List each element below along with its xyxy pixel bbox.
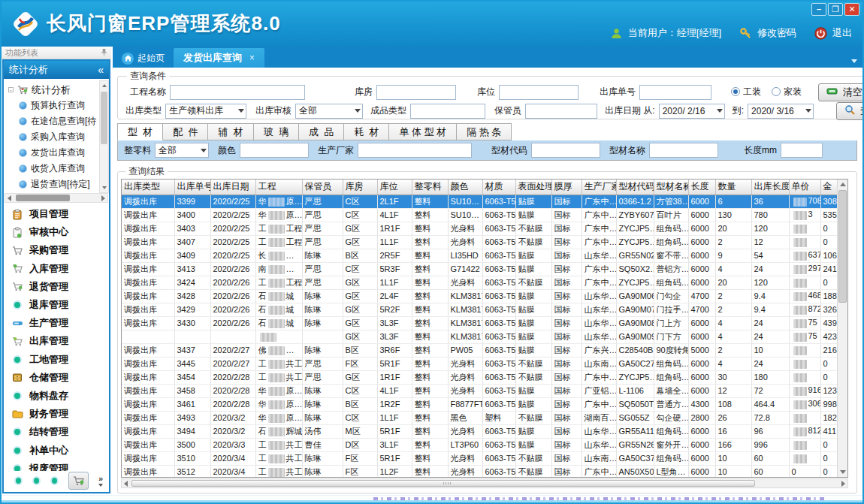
project-name-input[interactable] — [170, 85, 305, 100]
clear-conditions-button[interactable]: 清空条件 — [818, 83, 864, 101]
sidebar-item[interactable]: 工地管理 — [4, 351, 109, 369]
table-row[interactable]: 调拨出库34132020/2/26南…严思C区5R3F整料G714226063-… — [122, 262, 837, 276]
table-row[interactable]: 调拨出库34372020/2/27佛…陈琳B区3R6F整料PW056063-T5… — [122, 343, 837, 357]
table-row[interactable]: 调拨出库35102020/3/4工共工程陈琳F区5R1F整料光身料6063-T5… — [122, 451, 837, 465]
table-row[interactable]: 调拨出库34072020/2/25工工程严思G区1L1F整料光身料6063-T5… — [122, 235, 837, 249]
table-row[interactable]: 调拨出库34302020/2/26石城陈琳G区3L3F整料KLM38176063… — [122, 316, 837, 330]
tree-item[interactable]: 收货入库查询 — [8, 161, 98, 177]
manufacturer-input[interactable] — [358, 143, 472, 158]
grid-horizontal-scrollbar[interactable] — [121, 478, 848, 488]
maximize-button[interactable]: ❐ — [828, 3, 843, 16]
sidebar-item[interactable]: 退库管理 — [4, 296, 109, 314]
keeper-input[interactable] — [525, 104, 597, 119]
column-header[interactable]: 库位 — [377, 180, 412, 195]
dot-icon[interactable] — [32, 476, 41, 485]
outbound-type-select[interactable]: 生产领料出库 — [165, 104, 246, 119]
sidebar-item[interactable]: 结转管理 — [4, 423, 109, 441]
column-header[interactable]: 保管员 — [302, 180, 343, 195]
table-row[interactable]: 调拨出库33992020/2/25华原…严思C区2L1F整料SU10…6063-… — [122, 195, 837, 208]
tree-item[interactable]: 预算执行查询 — [8, 98, 98, 113]
column-header[interactable]: 整零料 — [412, 180, 448, 195]
column-header[interactable]: 出库单号 — [174, 180, 210, 195]
order-no-input[interactable] — [639, 85, 711, 100]
table-row[interactable]: G区3L3F整料KLM38176063-T5贴膜国标山东华…GA90M09.门下… — [122, 330, 837, 343]
column-header[interactable]: 单价 — [789, 180, 820, 195]
table-row[interactable]: 调拨出库34582020/2/28华原…陈琳C区4L1F整料光身料6063-T5… — [122, 384, 837, 397]
sidebar-item[interactable]: 财务管理 — [4, 405, 109, 423]
location-input[interactable] — [499, 85, 579, 100]
search-button[interactable]: 查 询 — [836, 102, 864, 120]
material-tab[interactable]: 成 品 — [299, 123, 344, 140]
profile-code-input[interactable] — [531, 143, 600, 158]
dot-icon[interactable] — [14, 476, 23, 485]
collapse-icon[interactable]: « — [98, 64, 104, 76]
material-tab[interactable]: 耗 材 — [344, 123, 389, 140]
date-to-picker[interactable]: 2020/ 3/16 — [748, 104, 814, 119]
table-row[interactable]: 调拨出库34932020/3/2华原…陈琳C区1L1F整料黑色塑料不贴膜国标湖南… — [122, 411, 837, 424]
material-tab[interactable]: 辅 材 — [208, 123, 253, 140]
sidebar-item[interactable]: 报废管理 — [4, 460, 109, 471]
material-tab[interactable]: 型 材 — [117, 123, 163, 140]
sidebar-item[interactable]: 物料盘存 — [4, 387, 109, 405]
outbound-audit-select[interactable]: 全部 — [295, 104, 363, 119]
change-password-link[interactable]: 修改密码 — [757, 26, 796, 40]
column-header[interactable]: 出库日期 — [210, 180, 255, 195]
table-row[interactable]: 调拨出库34242020/2/26工工程严思G区1L1F整料光身料6063-T5… — [122, 276, 837, 289]
warehouse-input[interactable] — [376, 85, 456, 100]
sidebar-item[interactable]: 入库管理 — [4, 260, 109, 278]
table-row[interactable]: 调拨出库35122020/3/4工共工程陈琳F区1L2F整料光身料6063-T5… — [122, 465, 837, 478]
close-button[interactable]: ✕ — [844, 3, 859, 16]
column-header[interactable]: 库房 — [343, 180, 377, 195]
table-row[interactable]: 调拨出库34542020/2/28工共工程严思G区1R1F整料光身料6063-T… — [122, 370, 837, 384]
column-header[interactable]: 材质 — [482, 180, 515, 195]
column-header[interactable]: 表面处理 — [515, 180, 551, 195]
column-header[interactable]: 工程 — [255, 180, 302, 195]
date-from-picker[interactable]: 2020/ 2/16 — [659, 104, 725, 119]
minimize-button[interactable]: – — [811, 3, 826, 16]
table-row[interactable]: 调拨出库34032020/2/25工工程严思G区1R1F整料光身料6063-T5… — [122, 222, 837, 235]
material-tab[interactable]: 隔 热 条 — [457, 123, 512, 140]
table-row[interactable]: 调拨出库34292020/2/26石城陈琳G区5R2F整料KLM38176063… — [122, 303, 837, 316]
tree-vertical-scrollbar[interactable] — [99, 80, 109, 193]
tab-close-icon[interactable]: × — [249, 53, 255, 63]
column-header[interactable]: 生产厂家 — [582, 180, 616, 195]
homesuit-radio[interactable] — [772, 87, 781, 96]
product-type-input[interactable] — [410, 104, 485, 119]
column-header[interactable]: 出库长度 — [751, 180, 789, 195]
tab-shipping-outbound-query[interactable]: 发货出库查询 × — [174, 48, 264, 68]
sidebar-item[interactable]: 生产管理 — [4, 314, 109, 332]
sidebar-item[interactable]: 项目管理 — [4, 205, 109, 223]
sidebar-item[interactable]: 审核中心 — [4, 223, 109, 241]
table-row[interactable]: 调拨出库34452020/2/27工共工程严思F区5R1F整料光身料6063-T… — [122, 357, 837, 370]
more-button[interactable]: » — [98, 475, 103, 487]
color-input[interactable] — [240, 143, 309, 158]
tab-home[interactable]: 起始页 — [113, 49, 174, 68]
column-header[interactable]: 金 — [820, 180, 837, 195]
material-tab[interactable]: 单 体 型 材 — [389, 123, 457, 140]
material-tab[interactable]: 配 件 — [163, 123, 208, 140]
grid-vertical-scrollbar[interactable] — [837, 180, 847, 477]
table-row[interactable]: 调拨出库34002020/2/25华原…严思C区4L1F整料SU10…6063-… — [122, 208, 837, 222]
table-row[interactable]: 调拨出库34092020/2/25长…陈琳B区2R5F整料LI35HD6063-… — [122, 249, 837, 262]
tree-item[interactable]: 采购入库查询 — [8, 129, 98, 145]
sidebar-item[interactable]: 退货管理 — [4, 278, 109, 296]
tree-item[interactable]: 退货查询[待定] — [8, 177, 98, 192]
table-row[interactable]: 调拨出库34282020/2/26石城陈琳G区2L4F整料KLM38176063… — [122, 289, 837, 303]
tree-item[interactable]: 在途信息查询[待 — [8, 113, 98, 129]
dot-icon[interactable] — [50, 476, 59, 485]
tree-item[interactable]: 发货出库查询 — [8, 145, 98, 161]
tree-horizontal-scrollbar[interactable] — [5, 193, 108, 203]
sidebar-item[interactable]: 补单中心 — [4, 441, 109, 459]
column-header[interactable]: 型材名称 — [654, 180, 688, 195]
sidebar-item[interactable]: 出库管理 — [4, 332, 109, 350]
column-header[interactable]: 颜色 — [448, 180, 482, 195]
sidebar-item[interactable]: 仓储管理 — [4, 369, 109, 387]
material-tab[interactable]: 玻 璃 — [254, 123, 299, 140]
table-row[interactable]: 调拨出库35002020/3/3工共工程曹佳D区3L1F整料LT3P606063… — [122, 438, 837, 451]
column-header[interactable]: 型材代码 — [616, 180, 654, 195]
table-row[interactable]: 调拨出库34612020/2/28华原…陈琳B区1R2F整料F8877FT606… — [122, 397, 837, 411]
sidebar-item[interactable]: 采购管理 — [4, 241, 109, 259]
tree-expander-icon[interactable]: - — [8, 87, 14, 92]
tree-root[interactable]: - 统计分析 — [8, 82, 98, 98]
worksuit-radio[interactable] — [731, 87, 740, 96]
